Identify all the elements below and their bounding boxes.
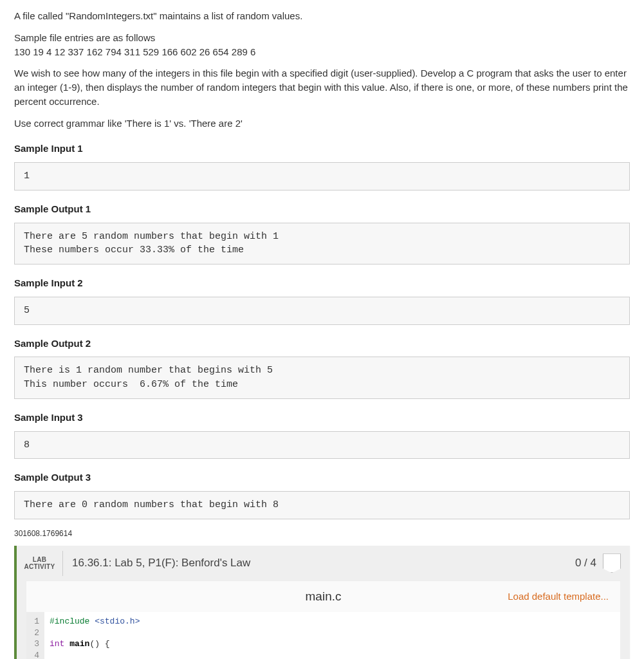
lab-activity-card: LAB ACTIVITY 16.36.1: Lab 5, P1(F): Benf… — [14, 546, 630, 659]
sample-output-3-heading: Sample Output 3 — [14, 470, 630, 485]
sample-input-2-code: 5 — [14, 297, 630, 325]
code-fn-name: main — [64, 639, 89, 649]
code-type: int — [50, 639, 64, 649]
sample-file-values: 130 19 4 12 337 162 794 311 529 166 602 … — [14, 46, 255, 57]
desc-paragraph-3: We wish to see how many of the integers … — [14, 66, 630, 108]
load-default-template-link[interactable]: Load default template... — [508, 589, 609, 604]
question-id: 301608.1769614 — [14, 528, 630, 539]
sample-output-2-heading: Sample Output 2 — [14, 337, 630, 351]
desc-paragraph-2: Sample file entries are as follows 130 1… — [14, 31, 630, 59]
sample-input-3-code: 8 — [14, 431, 630, 459]
code-text: () { — [89, 639, 109, 649]
editor-tabbar: main.c Load default template... — [26, 581, 620, 612]
sample-input-1-heading: Sample Input 1 — [14, 142, 630, 156]
lab-title: 16.36.1: Lab 5, P1(F): Benford's Law — [63, 555, 575, 571]
sample-output-1-heading: Sample Output 1 — [14, 202, 630, 216]
lab-header: LAB ACTIVITY 16.36.1: Lab 5, P1(F): Benf… — [17, 546, 630, 580]
sample-output-3-code: There are 0 random numbers that begin wi… — [14, 491, 630, 519]
page-root: A file called "RandomIntegers.txt" maint… — [0, 0, 644, 659]
code-editor[interactable]: 1 2 3 4 5 6 7 8 9 #include <stdio.h> int… — [26, 612, 620, 659]
line-number: 1 — [29, 616, 41, 627]
desc-paragraph-1: A file called "RandomIntegers.txt" maint… — [14, 9, 630, 23]
score-badge-icon — [603, 553, 621, 573]
code-header: <stdio.h> — [95, 617, 140, 626]
line-number: 3 — [29, 638, 41, 650]
lab-tag-line2: ACTIVITY — [17, 563, 62, 571]
sample-output-2-code: There is 1 random number that begins wit… — [14, 357, 630, 399]
sample-input-1-code: 1 — [14, 162, 630, 190]
editor-content[interactable]: #include <stdio.h> int main() { /* Type … — [44, 612, 620, 659]
line-number: 2 — [29, 627, 41, 639]
code-macro: #include — [50, 617, 95, 626]
code-editor-panel: main.c Load default template... 1 2 3 4 … — [26, 580, 621, 659]
lab-score: 0 / 4 — [575, 555, 603, 571]
sample-input-3-heading: Sample Input 3 — [14, 411, 630, 425]
sample-output-1-code: There are 5 random numbers that begin wi… — [14, 223, 630, 265]
lab-tag: LAB ACTIVITY — [17, 551, 63, 576]
sample-file-intro: Sample file entries are as follows — [14, 32, 155, 43]
lab-tag-line1: LAB — [17, 556, 62, 564]
line-number: 4 — [29, 650, 41, 659]
line-gutter: 1 2 3 4 5 6 7 8 9 — [26, 612, 44, 659]
sample-input-2-heading: Sample Input 2 — [14, 276, 630, 290]
desc-paragraph-4: Use correct grammar like 'There is 1' vs… — [14, 116, 630, 131]
